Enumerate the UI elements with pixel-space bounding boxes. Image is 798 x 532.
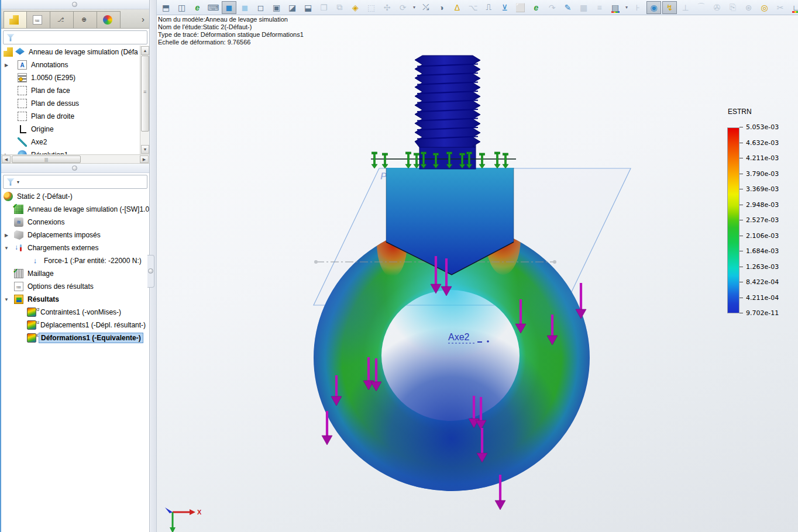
shaded-with-edges-icon[interactable]: ◼ [222, 1, 236, 14]
tree-item-mesh[interactable]: Maillage [1, 267, 149, 280]
pane-split-vertical-icon[interactable]: ◫ [174, 1, 189, 14]
tree-item-right-plane[interactable]: Plan de droite [1, 110, 149, 123]
part-icon [9, 15, 19, 25]
triad-x-arrow [190, 509, 195, 515]
tree-item-front-plane[interactable]: Plan de face [1, 84, 149, 97]
dropdown-caret-icon[interactable]: ▾ [411, 1, 417, 14]
graphics-viewport[interactable]: Nom du modèle:Anneau de levage simulatio… [157, 15, 798, 532]
strain-plot-icon [27, 333, 36, 343]
tree-item-study[interactable]: Static 2 (-Défaut-) [1, 190, 149, 203]
displacement-plot-icon [27, 320, 36, 330]
view-cube-icon[interactable]: ⬜ [513, 1, 528, 14]
step-function-icon[interactable]: ⎍ [481, 1, 496, 14]
align-lines-icon: ≡ [592, 1, 607, 14]
results-folder-icon [14, 295, 23, 304]
scroll-down-icon[interactable]: ▼ [141, 145, 149, 154]
scroll-up-icon[interactable]: ▲ [141, 46, 149, 55]
wireframe-icon[interactable]: ▣ [269, 1, 284, 14]
panel-top-splitter[interactable] [1, 0, 149, 9]
filter-funnel-icon[interactable] [6, 178, 15, 186]
expander-icon[interactable]: ▶ [4, 233, 9, 238]
tree-item-results[interactable]: ▼ Résultats [1, 293, 149, 306]
feature-tree-scrollbar[interactable]: ▲ ▼ [140, 46, 149, 154]
feature-filter-bar[interactable] [3, 30, 147, 44]
expander-icon[interactable]: ▶ [4, 63, 9, 68]
feature-manager-tab[interactable] [27, 11, 50, 28]
tree-item-external-loads[interactable]: ▼ Chargements externes [1, 241, 149, 254]
tree-item-revolve[interactable]: ▶ Révolution1 [1, 148, 149, 154]
dimxpert-icon: ⊕ [80, 15, 89, 25]
pane-split-horizontal-icon[interactable]: ⬒ [159, 1, 173, 14]
toolbar-icons: ⬒◫e⌨◼◼◻▣◪⬓❐⧉◈⬚✣⟳▾⤯◑Δ⌥⎍⊻⬜e↷✎▦≡▤▾⊦◉↯⊥⌒✇⎘⊛◎… [158, 1, 798, 14]
splitter-grip-icon[interactable] [72, 2, 77, 7]
scroll-left-icon[interactable]: ◀ [2, 156, 11, 163]
tree-item-origin[interactable]: Origine [1, 123, 149, 136]
edit-color-icon[interactable]: ◉ [646, 1, 661, 14]
dimxpert-manager-tab[interactable]: ⊕ [74, 11, 97, 28]
simulation-plot-tool-icon[interactable]: ↯ [662, 1, 677, 14]
force-icon [30, 256, 40, 265]
display-manager-tab[interactable] [97, 11, 121, 28]
expander-icon[interactable]: ▼ [4, 246, 9, 251]
legend-tick: 5.053e-03 [739, 123, 779, 131]
publish-edrawings-icon[interactable]: ⌨ [206, 1, 221, 14]
section-plane-icon[interactable]: ⊻ [497, 1, 512, 14]
scroll-right-icon[interactable]: ▶ [140, 156, 149, 163]
splitter-grip-icon[interactable] [72, 165, 77, 171]
redo-icon: ↷ [545, 1, 559, 14]
hidden-lines-visible-icon[interactable]: ◻ [253, 1, 268, 14]
measure-icon[interactable]: ◎ [757, 1, 772, 14]
scrollbar-thumb[interactable]: ||| [12, 156, 81, 163]
simulation-filter-bar[interactable]: ▾ [3, 175, 147, 189]
configuration-manager-tab[interactable]: ⎇ [50, 11, 74, 28]
model-render[interactable]: Plan5 [157, 15, 798, 532]
section-view-icon[interactable]: ⬓ [301, 1, 315, 14]
edrawings-icon[interactable]: e [190, 1, 205, 14]
tree-item-force[interactable]: Force-1 (:Par entité: -22000 N:) [1, 254, 149, 267]
tree-item-sim-part[interactable]: Anneau de levage simulation (-[SW]1.0 [1, 203, 149, 216]
knife-icon: ✂ [773, 1, 787, 14]
legend-tick: 9.702e-11 [739, 309, 779, 317]
explode-view-icon: ✣ [380, 1, 394, 14]
expander-icon[interactable]: ▼ [4, 297, 9, 302]
mesh-icon [14, 269, 23, 278]
shaded-icon[interactable]: ◼ [238, 1, 252, 14]
feature-tree-hscrollbar[interactable]: ◀ ||| ▶ [1, 154, 149, 164]
part-tab[interactable] [4, 11, 27, 28]
tree-item-displacement-plot[interactable]: u Déplacements1 (-Dépl. résultant-) [1, 319, 149, 331]
panel-mid-splitter[interactable] [1, 164, 149, 173]
tree-item-axis[interactable]: Axe2 [1, 136, 149, 148]
tree-item-top-plane[interactable]: Plan de dessus [1, 97, 149, 110]
dropdown-caret-icon[interactable]: ▾ [17, 179, 19, 185]
tree-item-strain-plot[interactable]: ε Déformations1 (-Equivalente-) [1, 331, 149, 344]
origin-icon [18, 125, 27, 134]
tree-item-annotations[interactable]: ▶ Annotations [1, 58, 149, 71]
spraycan-icon[interactable]: ✎ [560, 1, 575, 14]
filter-funnel-icon[interactable] [6, 34, 15, 42]
tree-item-root[interactable]: Anneau de levage simulation (Défa [1, 46, 149, 58]
tree-item-material[interactable]: 1.0050 (E295) [1, 71, 149, 84]
reference-triad-icon[interactable]: ⤯ [418, 1, 433, 14]
tree-item-stress-plot[interactable]: σ Contraintes1 (-vonMises-) [1, 306, 149, 319]
draft-quality-icon[interactable]: ◪ [285, 1, 300, 14]
edrawings-markup-icon[interactable]: e [529, 1, 544, 14]
color-swatch-grid-icon[interactable]: ▤ [608, 1, 622, 14]
splitter-grip-icon[interactable] [148, 268, 153, 274]
scrollbar-thumb[interactable] [141, 56, 149, 132]
triad-y-arrow [170, 527, 176, 532]
configuration-icon: ⎇ [56, 15, 66, 25]
edit-appearance-icon[interactable]: ◈ [348, 1, 363, 14]
tree-item-connections[interactable]: Connexions [1, 216, 149, 229]
dropdown-caret-icon[interactable]: ▾ [624, 1, 630, 14]
splitter-handle[interactable] [147, 255, 154, 288]
tree-item-fixtures[interactable]: ▶ Déplacements imposés [1, 229, 149, 241]
mass-properties-icon[interactable]: Δ [450, 1, 465, 14]
color-ruler-icon[interactable]: ∟ [789, 1, 798, 14]
grid-icon: ▦ [576, 1, 591, 14]
chevron-right-icon[interactable]: › [142, 14, 145, 24]
tree-item-result-options[interactable]: Options des résultats [1, 280, 149, 293]
hide-show-items-icon: ⊦ [631, 1, 645, 14]
view-orientation-icon[interactable]: ◑ [434, 1, 449, 14]
panel-viewport-splitter[interactable] [150, 0, 157, 532]
fixtures-icon [14, 230, 23, 240]
